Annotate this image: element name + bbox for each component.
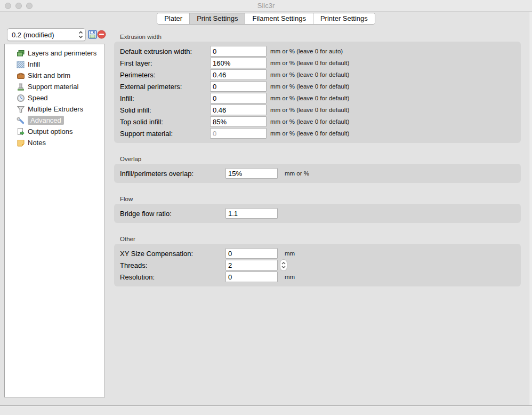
status-bar — [0, 407, 532, 415]
default-extrusion-width-input[interactable] — [210, 46, 267, 57]
field-label: Threads: — [120, 261, 225, 269]
section-title-flow: Flow — [120, 195, 521, 203]
sidebar-item-label: Layers and perimeters — [28, 49, 96, 58]
field-label: Infill: — [120, 94, 210, 102]
field-label: Solid infill: — [120, 106, 210, 114]
perimeters-extrusion-input[interactable] — [210, 69, 267, 80]
setting-row: XY Size Compensation: mm — [120, 248, 521, 259]
xy-size-compensation-input[interactable] — [225, 248, 278, 259]
field-label: Resolution: — [120, 273, 225, 281]
flow-panel: Bridge flow ratio: — [114, 204, 521, 223]
delete-preset-button[interactable] — [97, 30, 106, 39]
clock-icon — [17, 94, 25, 102]
field-label: External perimeters: — [120, 83, 210, 91]
solid-infill-extrusion-input[interactable] — [210, 105, 267, 115]
settings-tree: Layers and perimeters Infill Skirt and b… — [4, 44, 105, 397]
sidebar-item-infill[interactable]: Infill — [5, 59, 104, 70]
other-panel: XY Size Compensation: mm Threads: Resolu… — [114, 244, 521, 286]
resolution-input[interactable] — [225, 272, 278, 282]
box-icon — [17, 71, 25, 80]
sidebar-item-label: Output options — [28, 127, 73, 136]
chevron-up-icon — [281, 262, 286, 265]
sidebar-item-label: Speed — [28, 93, 48, 102]
sidebar-item-multiple-extruders[interactable]: Multiple Extruders — [5, 103, 104, 115]
setting-row: Infill: mm or % (leave 0 for default) — [120, 92, 521, 104]
tab-printer-settings[interactable]: Printer Settings — [313, 13, 375, 24]
field-label: Default extrusion width: — [120, 47, 210, 55]
infill-hatch-icon — [17, 60, 25, 69]
field-label: Infill/perimeters overlap: — [120, 170, 225, 178]
setting-row: External perimeters: mm or % (leave 0 fo… — [120, 81, 521, 92]
sidebar-item-advanced[interactable]: Advanced — [5, 115, 104, 126]
unit-label: mm or % (leave 0 for auto) — [270, 48, 343, 54]
sidebar-item-label: Notes — [28, 138, 46, 147]
section-title-overlap: Overlap — [120, 155, 521, 163]
sidebar-item-layers-and-perimeters[interactable]: Layers and perimeters — [5, 47, 104, 59]
setting-row: Top solid infill: mm or % (leave 0 for d… — [120, 116, 521, 127]
threads-input[interactable] — [225, 260, 278, 270]
unit-label: mm or % (leave 0 for default) — [270, 71, 349, 78]
setting-row: First layer: mm or % (leave 0 for defaul… — [120, 57, 521, 69]
overlap-panel: Infill/perimeters overlap: mm or % — [114, 164, 521, 183]
setting-row: Resolution: mm — [120, 271, 521, 283]
unit-label: mm or % (leave 0 for default) — [270, 118, 349, 125]
sidebar-item-label: Advanced — [28, 116, 64, 125]
tab-filament-settings[interactable]: Filament Settings — [245, 13, 313, 24]
threads-stepper[interactable] — [280, 259, 287, 271]
support-material-extrusion-input[interactable] — [210, 128, 267, 139]
setting-row: Support material: mm or % (leave 0 for d… — [120, 127, 521, 139]
wrench-icon — [17, 116, 25, 125]
sidebar-item-label: Support material — [28, 82, 78, 91]
setting-row: Infill/perimeters overlap: mm or % — [120, 167, 521, 179]
tab-print-settings[interactable]: Print Settings — [190, 13, 245, 24]
chevron-down-icon — [281, 266, 286, 268]
page-export-icon — [17, 127, 25, 136]
funnel-icon — [17, 105, 25, 114]
field-label: XY Size Compensation: — [120, 250, 225, 258]
field-label: Perimeters: — [120, 71, 210, 79]
infill-extrusion-input[interactable] — [210, 93, 267, 103]
field-label: Bridge flow ratio: — [120, 210, 225, 218]
external-perimeters-extrusion-input[interactable] — [210, 81, 267, 92]
note-icon — [17, 139, 25, 147]
setting-row: Perimeters: mm or % (leave 0 for default… — [120, 69, 521, 81]
sidebar-item-notes[interactable]: Notes — [5, 137, 104, 148]
setting-row: Bridge flow ratio: — [120, 208, 521, 219]
unit-label: mm or % (leave 0 for default) — [270, 107, 349, 113]
floppy-disk-icon — [88, 30, 97, 39]
field-label: Top solid infill: — [120, 118, 210, 126]
section-title-extrusion-width: Extrusion width — [120, 33, 521, 41]
sidebar-item-label: Infill — [28, 60, 40, 69]
top-solid-infill-extrusion-input[interactable] — [210, 116, 267, 127]
red-minus-icon — [97, 30, 106, 39]
sidebar-item-speed[interactable]: Speed — [5, 92, 104, 103]
statusbar-divider — [0, 405, 532, 406]
sidebar-item-label: Skirt and brim — [28, 71, 70, 80]
unit-label: mm or % (leave 0 for default) — [270, 83, 349, 90]
preset-dropdown[interactable]: 0.2 (modified) — [7, 28, 86, 41]
setting-row: Default extrusion width: mm or % (leave … — [120, 45, 521, 57]
sidebar-item-label: Multiple Extruders — [28, 105, 83, 114]
stepper-chevrons-icon — [78, 30, 83, 39]
unit-label: mm or % — [285, 170, 309, 177]
sidebar-item-skirt-and-brim[interactable]: Skirt and brim — [5, 70, 104, 81]
save-preset-button[interactable] — [88, 30, 97, 39]
sidebar-item-support-material[interactable]: Support material — [5, 81, 104, 92]
first-layer-extrusion-input[interactable] — [210, 58, 267, 68]
sidebar-item-output-options[interactable]: Output options — [5, 126, 104, 137]
unit-label: mm — [285, 274, 295, 280]
section-title-other: Other — [120, 235, 521, 243]
tab-plater[interactable]: Plater — [157, 13, 190, 24]
infill-perimeters-overlap-input[interactable] — [225, 168, 278, 179]
unit-label: mm or % (leave 0 for default) — [270, 130, 349, 137]
field-label: Support material: — [120, 130, 210, 138]
bridge-flow-ratio-input[interactable] — [225, 208, 278, 219]
unit-label: mm — [285, 250, 295, 257]
titlebar: Slic3r — [0, 0, 532, 12]
slic3r-window: Slic3r Plater Print Settings Filament Se… — [0, 0, 532, 415]
setting-row: Solid infill: mm or % (leave 0 for defau… — [120, 104, 521, 116]
setting-row: Threads: — [120, 259, 521, 271]
tab-bar: Plater Print Settings Filament Settings … — [0, 13, 532, 25]
layers-icon — [17, 49, 25, 58]
unit-label: mm or % (leave 0 for default) — [270, 60, 349, 66]
